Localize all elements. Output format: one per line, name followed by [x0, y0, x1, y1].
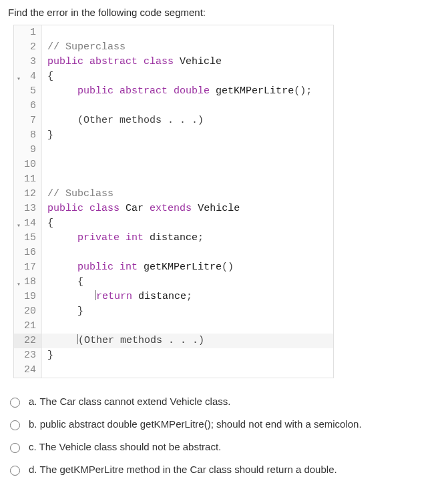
option-a-label: a. The Car class cannot extend Vehicle c… [29, 396, 230, 407]
code-line: 11 [14, 172, 333, 187]
code-line: 9 [14, 143, 333, 157]
line-content: public class Car extends Vehicle [42, 201, 333, 216]
line-number: 17 [14, 260, 42, 275]
code-line: 2// Superclass [14, 40, 333, 55]
line-number: 18 [14, 275, 42, 290]
code-line: 20 } [14, 304, 333, 319]
line-number: 6 [14, 99, 42, 113]
line-number: 16 [14, 246, 42, 260]
code-line: 5 public abstract double getKMPerLitre()… [14, 84, 333, 99]
line-number: 4 [14, 69, 42, 84]
option-b[interactable]: b. public abstract double getKMPerLitre(… [7, 413, 443, 436]
line-number: 2 [14, 40, 42, 55]
line-number: 10 [14, 157, 42, 172]
line-number: 20 [14, 304, 42, 319]
line-number: 7 [14, 113, 42, 128]
option-b-radio[interactable] [10, 420, 20, 430]
line-number: 21 [14, 319, 42, 334]
line-content [42, 246, 333, 260]
line-content: { [42, 216, 333, 231]
line-number: 22 [14, 334, 42, 348]
line-content: } [42, 304, 333, 319]
line-content: private int distance; [42, 231, 333, 246]
code-line: 15 private int distance; [14, 231, 333, 246]
option-d[interactable]: d. The getKMPerLitre method in the Car c… [7, 458, 443, 481]
line-content: } [42, 348, 333, 363]
code-line: 23} [14, 348, 333, 363]
line-number: 8 [14, 128, 42, 143]
line-content: } [42, 128, 333, 143]
line-content [42, 99, 333, 113]
line-content [42, 172, 333, 187]
line-number: 23 [14, 348, 42, 363]
code-line: 22 (Other methods . . .) [14, 334, 333, 348]
line-content [42, 319, 333, 334]
line-number: 12 [14, 187, 42, 201]
option-a-radio[interactable] [10, 398, 20, 408]
code-line: 17 public int getKMPerLitre() [14, 260, 333, 275]
line-content [42, 157, 333, 172]
line-number: 11 [14, 172, 42, 187]
code-line: 10 [14, 157, 333, 172]
line-content [42, 25, 333, 40]
line-number: 24 [14, 363, 42, 378]
code-line: 19 return distance; [14, 290, 333, 304]
code-block: 12// Superclass3public abstract class Ve… [13, 25, 334, 378]
option-a[interactable]: a. The Car class cannot extend Vehicle c… [7, 390, 443, 413]
line-content [42, 363, 333, 378]
code-line: 14{ [14, 216, 333, 231]
line-number: 5 [14, 84, 42, 99]
line-number: 3 [14, 55, 42, 69]
line-content: { [42, 275, 333, 290]
option-c-radio[interactable] [10, 443, 20, 453]
option-b-label: b. public abstract double getKMPerLitre(… [29, 418, 362, 430]
options-group: a. The Car class cannot extend Vehicle c… [0, 378, 448, 483]
code-line: 8} [14, 128, 333, 143]
line-number: 9 [14, 143, 42, 157]
line-content: public abstract class Vehicle [42, 55, 333, 69]
line-content [42, 143, 333, 157]
line-content: public abstract double getKMPerLitre(); [42, 84, 333, 99]
line-content: public int getKMPerLitre() [42, 260, 333, 275]
option-d-radio[interactable] [10, 466, 20, 476]
line-content: (Other methods . . .) [42, 113, 333, 128]
line-number: 14 [14, 216, 42, 231]
code-line: 13public class Car extends Vehicle [14, 201, 333, 216]
code-line: 21 [14, 319, 333, 334]
code-line: 3public abstract class Vehicle [14, 55, 333, 69]
question-text: Find the error in the following code seg… [0, 0, 448, 21]
code-line: 7 (Other methods . . .) [14, 113, 333, 128]
code-line: 12// Subclass [14, 187, 333, 201]
option-c-label: c. The Vehicle class should not be abstr… [29, 441, 221, 452]
option-c[interactable]: c. The Vehicle class should not be abstr… [7, 436, 443, 458]
line-number: 15 [14, 231, 42, 246]
line-number: 19 [14, 290, 42, 304]
line-number: 13 [14, 201, 42, 216]
code-line: 18 { [14, 275, 333, 290]
code-line: 4{ [14, 69, 333, 84]
line-content: (Other methods . . .) [42, 334, 333, 348]
line-content: return distance; [42, 290, 333, 304]
code-line: 16 [14, 246, 333, 260]
code-line: 24 [14, 363, 333, 378]
line-content: { [42, 69, 333, 84]
option-d-label: d. The getKMPerLitre method in the Car c… [29, 464, 337, 475]
line-content: // Superclass [42, 40, 333, 55]
line-number: 1 [14, 25, 42, 40]
line-content: // Subclass [42, 187, 333, 201]
code-line: 6 [14, 99, 333, 113]
code-line: 1 [14, 25, 333, 40]
